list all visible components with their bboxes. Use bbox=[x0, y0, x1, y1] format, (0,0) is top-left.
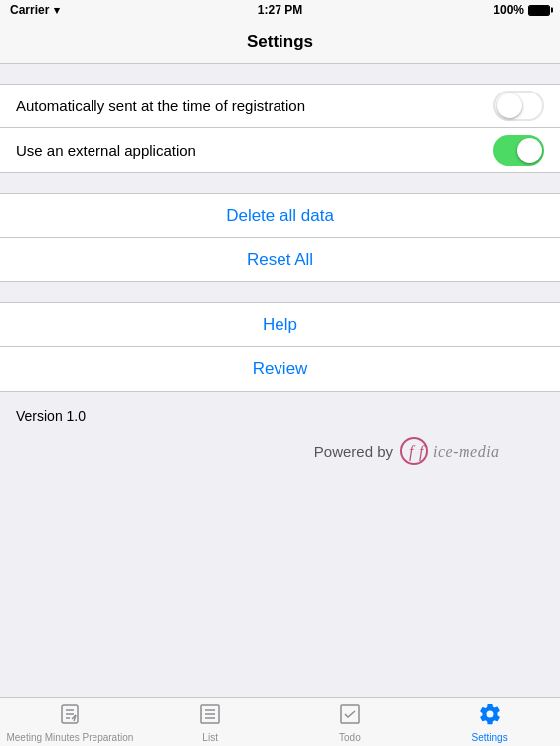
main-content: Automatically sent at the time of regist… bbox=[0, 64, 560, 697]
tab-list[interactable]: List bbox=[140, 698, 280, 746]
office-media-logo: f f ice-media bbox=[399, 436, 528, 466]
powered-by-container: Powered by f f ice-media bbox=[16, 436, 544, 466]
info-area: Version 1.0 Powered by f f ice-media bbox=[0, 392, 560, 481]
tab-bar: Meeting Minutes Preparation List Todo bbox=[0, 697, 560, 746]
logo-svg: f f ice-media bbox=[399, 436, 528, 466]
delete-reset-section: Delete all data Reset All bbox=[0, 193, 560, 282]
tab-settings[interactable]: Settings bbox=[420, 698, 560, 746]
external-app-toggle[interactable] bbox=[493, 135, 544, 166]
reset-all-label: Reset All bbox=[247, 250, 313, 270]
help-review-section: Help Review bbox=[0, 302, 560, 392]
todo-icon bbox=[338, 702, 362, 730]
carrier-label: Carrier bbox=[10, 3, 49, 17]
review-label: Review bbox=[253, 359, 308, 379]
battery-icon bbox=[528, 5, 550, 16]
auto-send-row: Automatically sent at the time of regist… bbox=[0, 85, 560, 128]
nav-bar: Settings bbox=[0, 20, 560, 64]
tab-todo-label: Todo bbox=[339, 732, 361, 743]
settings-icon bbox=[478, 702, 502, 730]
review-button[interactable]: Review bbox=[0, 347, 560, 391]
reset-all-button[interactable]: Reset All bbox=[0, 238, 560, 281]
tab-list-label: List bbox=[202, 732, 218, 743]
status-bar: Carrier ▾ 1:27 PM 100% bbox=[0, 0, 560, 20]
battery-percent: 100% bbox=[493, 3, 524, 17]
tab-todo[interactable]: Todo bbox=[280, 698, 421, 746]
status-time: 1:27 PM bbox=[258, 3, 302, 17]
auto-send-toggle[interactable] bbox=[493, 91, 544, 121]
tab-settings-label: Settings bbox=[472, 732, 508, 743]
meeting-icon bbox=[58, 702, 82, 730]
tab-meeting-label: Meeting Minutes Preparation bbox=[6, 732, 133, 743]
settings-toggles-section: Automatically sent at the time of regist… bbox=[0, 84, 560, 173]
version-text: Version 1.0 bbox=[16, 408, 544, 424]
delete-all-data-label: Delete all data bbox=[226, 206, 334, 226]
help-label: Help bbox=[263, 315, 297, 335]
tab-meeting[interactable]: Meeting Minutes Preparation bbox=[0, 698, 140, 746]
list-icon bbox=[198, 702, 222, 730]
help-button[interactable]: Help bbox=[0, 303, 560, 347]
svg-text:ice-media: ice-media bbox=[433, 443, 500, 460]
auto-send-label: Automatically sent at the time of regist… bbox=[16, 97, 305, 114]
status-left: Carrier ▾ bbox=[10, 3, 60, 17]
status-right: 100% bbox=[493, 3, 550, 17]
svg-text:f: f bbox=[409, 443, 416, 461]
svg-rect-17 bbox=[341, 705, 359, 723]
powered-by-text: Powered by bbox=[314, 443, 393, 460]
external-app-label: Use an external application bbox=[16, 142, 196, 159]
delete-all-data-button[interactable]: Delete all data bbox=[0, 194, 560, 238]
wifi-icon: ▾ bbox=[54, 4, 60, 17]
page-title: Settings bbox=[247, 32, 313, 52]
external-app-row: Use an external application bbox=[0, 128, 560, 172]
